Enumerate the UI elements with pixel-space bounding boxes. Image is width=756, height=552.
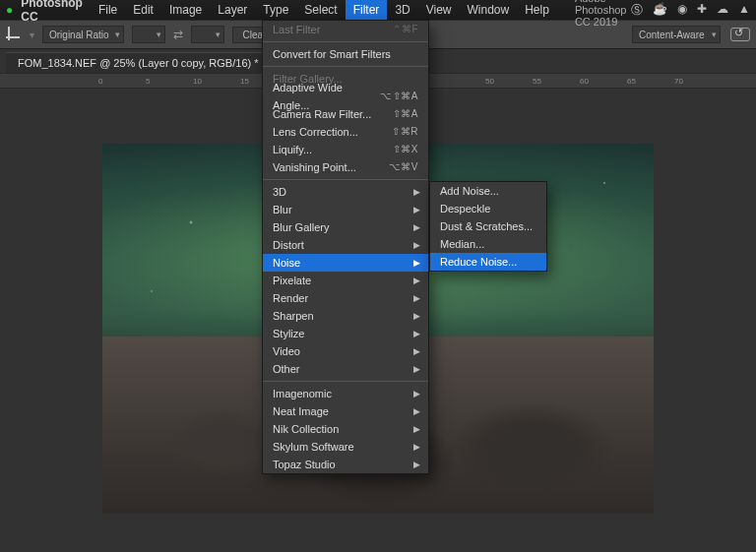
menuitem-lens-correction[interactable]: Lens Correction... ⇧⌘R [263, 123, 428, 141]
submenu-arrow-icon: ▶ [413, 325, 420, 342]
menuitem-distort[interactable]: Distort▶ [263, 236, 428, 254]
submenu-arrow-icon: ▶ [413, 218, 420, 236]
menuitem-camera-raw-filter[interactable]: Camera Raw Filter... ⇧⌘A [263, 105, 428, 123]
menuitem-label: Imagenomic [273, 385, 332, 402]
menuitem-label: Vanishing Point... [273, 158, 356, 176]
menuitem-video[interactable]: Video▶ [263, 342, 428, 360]
reset-crop-icon[interactable] [730, 28, 750, 41]
submenu-arrow-icon: ▶ [413, 402, 420, 420]
plus-icon[interactable]: ✚ [697, 2, 707, 19]
menuitem-render[interactable]: Render▶ [263, 289, 428, 307]
submenu-arrow-icon: ▶ [413, 254, 420, 272]
menuitem-label: Lens Correction... [273, 123, 358, 141]
menuitem-label: Convert for Smart Filters [273, 45, 391, 63]
menuitem-label: Noise [273, 254, 300, 272]
menu-edit[interactable]: Edit [125, 0, 161, 20]
swap-dimensions-icon[interactable]: ⇄ [173, 28, 183, 41]
menuitem-reduce-noise[interactable]: Reduce Noise... [430, 253, 546, 271]
menuitem-other[interactable]: Other▶ [263, 360, 428, 378]
traffic-light-green-icon: ● [6, 3, 13, 17]
skype-icon[interactable]: Ⓢ [631, 2, 643, 19]
menuitem-vanishing-point[interactable]: Vanishing Point... ⌥⌘V [263, 158, 428, 176]
cloud-icon[interactable]: ☁ [717, 2, 728, 19]
coffee-icon[interactable]: ☕ [653, 2, 667, 19]
menuitem-despeckle[interactable]: Despeckle [430, 200, 546, 217]
shortcut: ⇧⌘X [393, 141, 418, 158]
menuitem-convert-smart-filters[interactable]: Convert for Smart Filters [263, 45, 428, 63]
menuitem-label: Other [273, 360, 300, 378]
fill-dropdown[interactable]: Content-Aware [632, 26, 721, 43]
menuitem-blur[interactable]: Blur▶ [263, 201, 428, 218]
submenu-arrow-icon: ▶ [413, 272, 420, 289]
menuitem-label: Video [273, 342, 300, 360]
submenu-arrow-icon: ▶ [413, 385, 420, 402]
menu-layer[interactable]: Layer [210, 0, 255, 20]
submenu-arrow-icon: ▶ [413, 236, 420, 254]
submenu-arrow-icon: ▶ [413, 307, 420, 325]
document-tab[interactable]: FOM_1834.NEF @ 25% (Layer 0 copy, RGB/16… [6, 52, 280, 73]
menuitem-adaptive-wide-angle[interactable]: Adaptive Wide Angle... ⌥⇧⌘A [263, 88, 428, 105]
ruler-val: 65 [627, 77, 636, 86]
app-title-right: Adobe Photoshop CC 2019 [575, 0, 631, 28]
eye-icon[interactable]: ◉ [677, 2, 687, 19]
menu-view[interactable]: View [418, 0, 460, 20]
menuitem-noise[interactable]: Noise▶ [263, 254, 428, 272]
menuitem-median[interactable]: Median... [430, 235, 546, 253]
submenu-arrow-icon: ▶ [413, 289, 420, 307]
menu-type[interactable]: Type [255, 0, 296, 20]
menuitem-3d[interactable]: 3D▶ [263, 183, 428, 201]
ruler-val: 50 [485, 77, 494, 86]
system-menubar: ● Photoshop CC File Edit Image Layer Typ… [0, 0, 756, 20]
menuitem-label: Skylum Software [273, 438, 354, 456]
system-tray: Ⓢ ☕ ◉ ✚ ☁ ▲ [631, 2, 750, 19]
menuitem-imagenomic[interactable]: Imagenomic▶ [263, 385, 428, 402]
menu-select[interactable]: Select [296, 0, 345, 20]
menuitem-label: Render [273, 289, 308, 307]
menuitem-skylum-software[interactable]: Skylum Software▶ [263, 438, 428, 456]
menuitem-label: Liquify... [273, 141, 312, 158]
menu-image[interactable]: Image [161, 0, 210, 20]
menuitem-label: Stylize [273, 325, 304, 342]
triangle-icon[interactable]: ▲ [738, 2, 750, 19]
submenu-arrow-icon: ▶ [413, 456, 420, 473]
shortcut: ⇧⌘A [393, 105, 418, 123]
menu-file[interactable]: File [91, 0, 125, 20]
submenu-arrow-icon: ▶ [413, 360, 420, 378]
menuitem-add-noise[interactable]: Add Noise... [430, 182, 546, 200]
menuitem-sharpen[interactable]: Sharpen▶ [263, 307, 428, 325]
submenu-arrow-icon: ▶ [413, 420, 420, 438]
submenu-arrow-icon: ▶ [413, 342, 420, 360]
menuitem-label: Nik Collection [273, 420, 339, 438]
submenu-arrow-icon: ▶ [413, 201, 420, 218]
shortcut: ⇧⌘R [392, 123, 418, 141]
menuitem-dust-scratches[interactable]: Dust & Scratches... [430, 217, 546, 235]
menuitem-topaz-studio[interactable]: Topaz Studio▶ [263, 456, 428, 473]
ratio-dropdown[interactable]: Original Ratio [42, 26, 124, 43]
menu-filter[interactable]: Filter [346, 0, 388, 20]
height-field[interactable] [191, 26, 224, 43]
app-name: Photoshop CC [13, 0, 91, 24]
menuitem-label: Sharpen [273, 307, 314, 325]
shortcut: ⌥⇧⌘A [380, 88, 418, 105]
shortcut: ⌥⌘V [389, 158, 418, 176]
menuitem-last-filter: Last Filter ⌃⌘F [263, 21, 428, 38]
ruler-val: 15 [240, 77, 249, 86]
width-field[interactable] [132, 26, 165, 43]
menuitem-neat-image[interactable]: Neat Image▶ [263, 402, 428, 420]
menuitem-label: 3D [273, 183, 286, 201]
document-tab-label: FOM_1834.NEF @ 25% (Layer 0 copy, RGB/16… [18, 57, 259, 69]
ruler-val: 0 [98, 77, 102, 86]
noise-submenu-panel: Add Noise... Despeckle Dust & Scratches.… [429, 181, 547, 272]
menuitem-stylize[interactable]: Stylize▶ [263, 325, 428, 342]
submenu-arrow-icon: ▶ [413, 438, 420, 456]
menu-window[interactable]: Window [460, 0, 518, 20]
menuitem-label: Neat Image [273, 402, 329, 420]
crop-tool-icon[interactable] [6, 27, 22, 42]
menuitem-blur-gallery[interactable]: Blur Gallery▶ [263, 218, 428, 236]
menuitem-liquify[interactable]: Liquify... ⇧⌘X [263, 141, 428, 158]
menuitem-nik-collection[interactable]: Nik Collection▶ [263, 420, 428, 438]
menuitem-label: Blur Gallery [273, 218, 329, 236]
menuitem-pixelate[interactable]: Pixelate▶ [263, 272, 428, 289]
menu-3d[interactable]: 3D [387, 0, 417, 20]
menu-help[interactable]: Help [517, 0, 557, 20]
